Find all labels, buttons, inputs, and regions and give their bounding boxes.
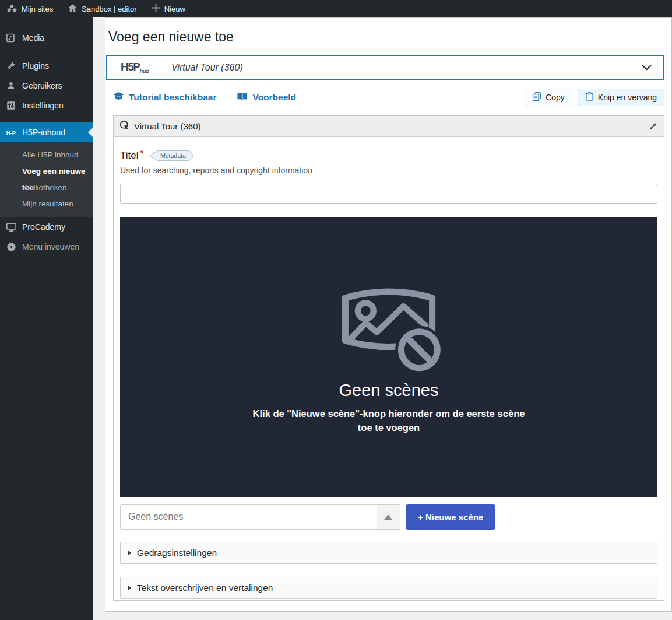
sidebar-item-instellingen[interactable]: Instellingen bbox=[0, 96, 93, 115]
title-field-label-row: Titel * Metadata bbox=[120, 150, 657, 162]
sidebar-item-label: Instellingen bbox=[22, 101, 64, 110]
content-type-selector[interactable]: H5Phub Virtual Tour (360) bbox=[106, 55, 664, 80]
accordion-text-overrides[interactable]: Tekst overschrijven en vertalingen bbox=[120, 577, 657, 599]
h5p-submenu: Alle H5P inhoud Voeg een nieuwe toe Bibl… bbox=[0, 142, 93, 217]
fullscreen-icon[interactable] bbox=[648, 121, 658, 132]
editor-panel: Virtual Tour (360) Titel * Metadata Used… bbox=[113, 115, 664, 601]
h5p-hub-logo: H5Phub bbox=[121, 61, 149, 74]
title-input[interactable] bbox=[120, 184, 657, 204]
submenu-item-mijn-resultaten[interactable]: Mijn resultaten bbox=[0, 196, 93, 212]
site-name-label: Sandbox | editor bbox=[82, 5, 136, 13]
graduation-cap-icon bbox=[113, 92, 124, 103]
sidebar-item-label: Menu invouwen bbox=[22, 242, 79, 251]
tutorial-link[interactable]: Tutorial beschikbaar bbox=[113, 92, 216, 103]
sidebar: Media Plugins Gebruikers Instellingen H-… bbox=[0, 17, 93, 620]
admin-bar: Mijn sites Sandbox | editor Nieuw bbox=[0, 0, 672, 17]
my-sites-label: Mijn sites bbox=[22, 5, 53, 13]
no-scenes-title: Geen scènes bbox=[339, 381, 439, 400]
submenu-item-voeg-een-nieuwe-toe[interactable]: Voeg een nieuwe toe bbox=[0, 163, 93, 180]
toolbar-row: Tutorial beschikbaar Voorbeeld Copy Knip… bbox=[113, 89, 664, 106]
content-type-icon bbox=[119, 120, 129, 132]
admin-bar-my-sites[interactable]: Mijn sites bbox=[7, 4, 53, 14]
settings-icon bbox=[0, 101, 22, 110]
tutorial-link-label: Tutorial beschikbaar bbox=[129, 92, 216, 103]
admin-bar-new[interactable]: Nieuw bbox=[152, 4, 185, 13]
sidebar-item-h5p-inhoud[interactable]: H-P H5P-inhoud bbox=[0, 122, 93, 142]
sidebar-item-label: Media bbox=[22, 33, 44, 43]
sidebar-item-plugins[interactable]: Plugins bbox=[0, 56, 93, 76]
media-icon bbox=[0, 33, 22, 43]
paste-replace-button-label: Knip en vervang bbox=[598, 93, 657, 102]
editor-panel-title: Virtual Tour (360) bbox=[134, 121, 201, 131]
no-scenes-hint: Klik de "Nieuwe scène"-knop hieronder om… bbox=[245, 407, 533, 435]
title-field-help: Used for searching, reports and copyrigh… bbox=[120, 166, 657, 175]
h5p-icon: H-P bbox=[0, 129, 22, 136]
plus-icon bbox=[152, 4, 160, 13]
sidebar-item-label: ProCademy bbox=[22, 222, 65, 232]
editor-panel-body: Titel * Metadata Used for searching, rep… bbox=[114, 137, 664, 600]
accordion-label: Tekst overschrijven en vertalingen bbox=[137, 583, 273, 593]
scene-preview-area: Geen scènes Klik de "Nieuwe scène"-knop … bbox=[120, 217, 657, 497]
home-icon bbox=[68, 4, 77, 14]
new-scene-button[interactable]: + Nieuwe scène bbox=[406, 504, 495, 530]
no-image-icon bbox=[330, 279, 447, 376]
clipboard-icon bbox=[585, 92, 594, 103]
required-mark: * bbox=[140, 148, 143, 157]
selected-content-type: Virtual Tour (360) bbox=[171, 62, 243, 73]
sidebar-item-label: H5P-inhoud bbox=[22, 128, 65, 137]
metadata-button[interactable]: Metadata bbox=[153, 150, 193, 161]
caret-right-icon bbox=[128, 586, 131, 590]
copy-button-label: Copy bbox=[546, 93, 565, 102]
sidebar-item-media[interactable]: Media bbox=[0, 28, 93, 48]
caret-right-icon bbox=[128, 551, 131, 555]
page-title: Voeg een nieuwe toe bbox=[108, 29, 664, 45]
sidebar-item-collapse-menu[interactable]: Menu invouwen bbox=[0, 237, 93, 257]
new-label: Nieuw bbox=[164, 5, 185, 13]
plugins-icon bbox=[0, 61, 22, 71]
accordion-label: Gedragsinstellingen bbox=[137, 548, 217, 558]
admin-bar-site-name[interactable]: Sandbox | editor bbox=[68, 4, 136, 14]
copy-icon bbox=[532, 92, 541, 103]
book-icon bbox=[237, 92, 248, 103]
users-icon bbox=[0, 81, 22, 90]
submenu-item-bibliotheken[interactable]: Biblliotheken bbox=[0, 180, 93, 196]
example-link[interactable]: Voorbeeld bbox=[237, 92, 296, 103]
sidebar-item-label: Plugins bbox=[22, 61, 49, 71]
content-area: Voeg een nieuwe toe H5Phub Virtual Tour … bbox=[105, 17, 672, 612]
triangle-up-icon[interactable] bbox=[377, 505, 400, 529]
sidebar-item-label: Gebruikers bbox=[22, 81, 62, 90]
scene-select-value: Geen scènes bbox=[121, 512, 377, 522]
accordion-behaviour-settings[interactable]: Gedragsinstellingen bbox=[120, 542, 657, 564]
example-link-label: Voorbeeld bbox=[252, 92, 296, 103]
monitor-icon bbox=[0, 222, 22, 232]
network-icon bbox=[7, 4, 17, 14]
title-field-label: Titel bbox=[120, 150, 139, 162]
copy-button[interactable]: Copy bbox=[525, 89, 572, 106]
sidebar-item-procademy[interactable]: ProCademy bbox=[0, 217, 93, 237]
current-item-arrow bbox=[88, 127, 93, 138]
collapse-icon bbox=[0, 242, 22, 252]
editor-panel-header: Virtual Tour (360) bbox=[114, 116, 664, 137]
paste-replace-button[interactable]: Knip en vervang bbox=[578, 89, 664, 106]
submenu-item-alle-h5p-inhoud[interactable]: Alle H5P inhoud bbox=[0, 147, 93, 163]
chevron-down-icon[interactable] bbox=[642, 65, 652, 71]
sidebar-item-gebruikers[interactable]: Gebruikers bbox=[0, 76, 93, 96]
scene-select[interactable]: Geen scènes bbox=[120, 504, 400, 530]
scene-controls-row: Geen scènes + Nieuwe scène bbox=[120, 504, 657, 530]
